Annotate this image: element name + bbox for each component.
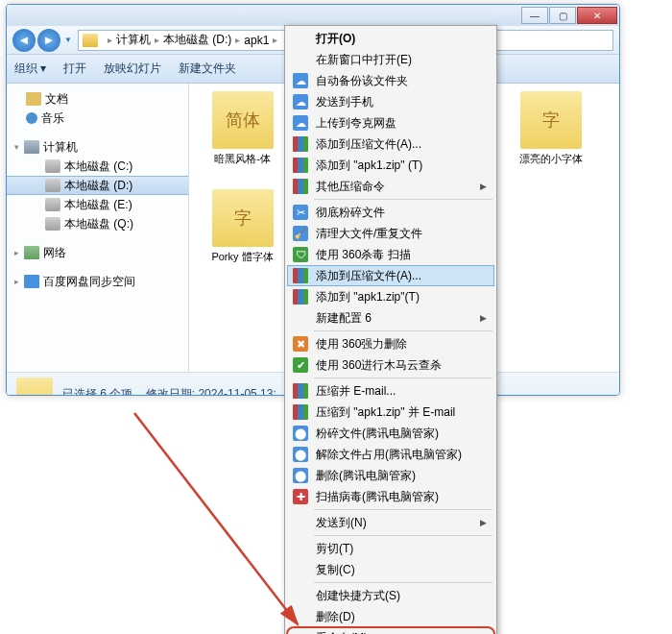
winrar-icon [293,383,308,399]
expander-icon[interactable]: ▾ [14,142,24,152]
expander-icon[interactable]: ▸ [14,277,24,286]
maximize-button[interactable]: ▢ [549,7,576,24]
menu-zip-apk-email[interactable]: 压缩到 "apk1.zip" 并 E-mail [287,402,494,423]
menu-360-scan[interactable]: 🛡使用 360杀毒 扫描 [287,244,494,265]
sidebar-item-drive-d[interactable]: 本地磁盘 (D:) [7,176,188,195]
sidebar-label: 音乐 [41,110,64,127]
menu-copy[interactable]: 复制(C) [287,559,494,580]
menu-sendto[interactable]: 发送到(N)▶ [287,512,494,533]
menu-new-window[interactable]: 在新窗口中打开(E) [287,49,494,70]
menu-label: 压缩到 "apk1.zip" 并 E-mail [316,404,455,421]
document-icon [26,92,41,106]
menu-separator [314,582,492,583]
sidebar-label: 文档 [45,91,68,108]
menu-separator [314,378,492,378]
menu-separator [314,535,492,536]
breadcrumb-root[interactable]: 计算机 [116,32,151,48]
file-item[interactable]: 字漂亮的小字体 [505,91,596,178]
close-button[interactable]: ✕ [577,7,617,24]
svg-line-0 [134,413,298,624]
menu-shortcut[interactable]: 创建快捷方式(S) [287,585,494,606]
menu-rename[interactable]: 重命名(M) [287,627,494,634]
status-modified: 2024-11-05 13: [198,387,276,396]
sidebar-item-network[interactable]: ▸网络 [7,243,188,262]
menu-clean-big[interactable]: 🧹清理大文件/重复文件 [287,223,494,244]
file-label: 漂亮的小字体 [519,153,583,165]
tencent-icon: ⬤ [293,426,308,441]
menu-shred-tx[interactable]: ⬤粉碎文件(腾讯电脑管家) [287,423,494,444]
menu-add-zip[interactable]: 添加到压缩文件(A)... [287,134,494,155]
sidebar-label: 本地磁盘 (E:) [64,197,132,213]
tencent-icon: ⬤ [293,447,308,462]
sidebar-item-drive-c[interactable]: 本地磁盘 (C:) [7,157,188,176]
breadcrumb-folder[interactable]: apk1 [244,34,269,47]
sidebar-label: 本地磁盘 (Q:) [64,216,133,232]
minimize-button[interactable]: — [521,7,548,24]
menu-label: 其他压缩命令 [316,179,385,195]
file-label: Porky 體字体 [211,251,273,263]
menu-label: 清理大文件/重复文件 [316,226,422,242]
menu-add-apk1zip-2[interactable]: 添加到 "apk1.zip"(T) [287,286,494,307]
menu-label: 使用 360强力删除 [316,336,407,353]
sidebar-item-drive-e[interactable]: 本地磁盘 (E:) [7,195,188,214]
menu-label: 添加到压缩文件(A)... [316,268,421,284]
slideshow-button[interactable]: 放映幻灯片 [104,61,161,77]
sidebar-item-music[interactable]: 音乐 [7,109,188,128]
sidebar-label: 网络 [43,245,66,261]
computer-icon [24,140,39,154]
file-item[interactable]: 简体暗黑风格-体 [197,91,288,178]
history-dropdown[interactable]: ▼ [62,29,74,52]
menu-add-apk1zip[interactable]: 添加到 "apk1.zip" (T) [287,155,494,176]
menu-separator [314,330,492,331]
sidebar-item-baidu[interactable]: ▸百度网盘同步空间 [7,272,188,291]
menu-label: 使用 360杀毒 扫描 [316,247,411,263]
forward-button[interactable]: ► [37,29,60,52]
menu-cut[interactable]: 剪切(T) [287,538,494,559]
menu-360-forcedel[interactable]: ✖使用 360强力删除 [287,333,494,354]
menu-zip-email[interactable]: 压缩并 E-mail... [287,380,494,402]
menu-label: 删除(D) [316,609,355,625]
context-menu: 打开(O) 在新窗口中打开(E) ☁自动备份该文件夹 ☁发送到手机 ☁上传到夸克… [284,25,497,634]
menu-label: 解除文件占用(腾讯电脑管家) [316,447,462,463]
menu-other-zip[interactable]: 其他压缩命令▶ [287,176,494,197]
organize-button[interactable]: 组织 ▾ [14,61,46,77]
sidebar-item-computer[interactable]: ▾计算机 [7,137,188,157]
drive-icon [45,198,60,211]
expander-icon[interactable]: ▸ [14,248,24,257]
open-button[interactable]: 打开 [63,61,86,77]
menu-newconfig6[interactable]: 新建配置 6▶ [287,307,494,329]
menu-label: 重命名(M) [316,630,368,635]
menu-label: 创建快捷方式(S) [316,588,400,604]
sidebar-item-docs[interactable]: 文档 [7,89,188,109]
menu-del-tx[interactable]: ⬤删除(腾讯电脑管家) [287,465,494,486]
menu-virus-tx[interactable]: ✚扫描病毒(腾讯电脑管家) [287,486,494,507]
file-item[interactable]: 字Porky 體字体 [197,189,288,276]
menu-open[interactable]: 打开(O) [287,28,494,49]
menu-label: 发送到(N) [316,515,367,531]
menu-delete[interactable]: 删除(D) [287,606,494,627]
menu-label: 剪切(T) [316,541,353,557]
shield-icon: 🛡 [293,247,308,262]
shield-icon: ✔ [293,357,308,373]
menu-send-phone[interactable]: ☁发送到手机 [287,91,494,112]
menu-360-trojan[interactable]: ✔使用 360进行木马云查杀 [287,354,494,376]
breadcrumb-sep: ▸ [273,35,277,45]
winrar-icon [293,158,308,173]
winrar-icon [293,289,308,305]
status-selected: 已选择 6 个项 [62,387,132,396]
menu-upload-kuake[interactable]: ☁上传到夸克网盘 [287,112,494,134]
menu-label: 自动备份该文件夹 [316,73,408,89]
menu-auto-backup[interactable]: ☁自动备份该文件夹 [287,70,494,91]
submenu-arrow-icon: ▶ [480,313,487,323]
newfolder-button[interactable]: 新建文件夹 [179,61,236,77]
menu-label: 在新窗口中打开(E) [316,52,412,68]
menu-add-zip-2[interactable]: 添加到压缩文件(A)... [287,265,494,286]
drive-icon [45,179,60,192]
menu-separator [314,199,492,200]
menu-unlock-tx[interactable]: ⬤解除文件占用(腾讯电脑管家) [287,444,494,465]
breadcrumb-sep: ▸ [155,35,159,45]
menu-shred[interactable]: ✂彻底粉碎文件 [287,202,494,223]
sidebar-item-drive-q[interactable]: 本地磁盘 (Q:) [7,214,188,233]
back-button[interactable]: ◄ [12,29,36,52]
breadcrumb-drive[interactable]: 本地磁盘 (D:) [163,32,231,48]
